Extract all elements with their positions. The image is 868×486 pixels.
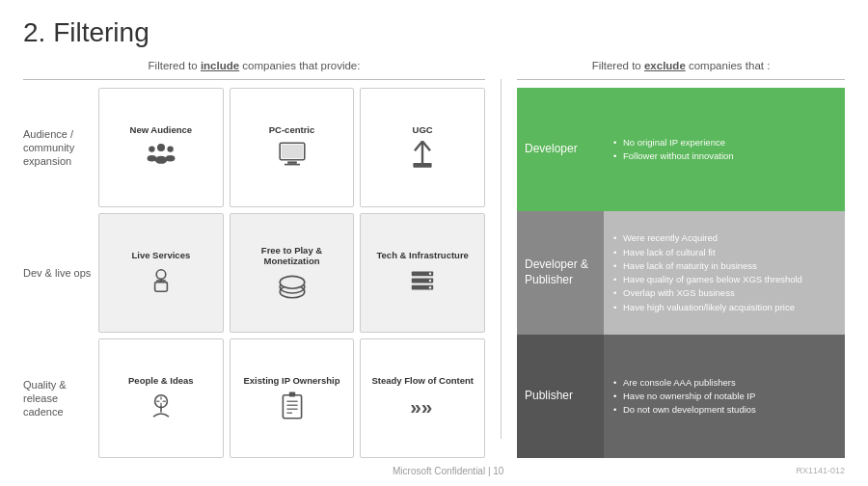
left-header-suffix: companies that provide:	[239, 60, 360, 71]
card-live-services: Live Services	[98, 213, 224, 333]
section-dev-publisher-content: Were recently Acquired Have lack of cult…	[604, 211, 845, 335]
card-content-flow-title: Steady Flow of Content	[371, 375, 474, 386]
content-icon: »»	[407, 391, 438, 421]
svg-point-14	[156, 269, 166, 279]
svg-rect-13	[414, 163, 432, 168]
bullet-10: Have no ownership of notable IP	[613, 390, 756, 403]
card-content-flow: Steady Flow of Content »»	[360, 338, 485, 458]
card-people: People & Ideas	[98, 338, 224, 458]
svg-point-5	[166, 155, 176, 161]
monetization-icon	[277, 270, 308, 301]
section-publisher-label: Publisher	[517, 335, 604, 458]
bullet-4: Have lack of cultural fit	[613, 246, 802, 259]
bullet-2: Follower without innovation	[613, 149, 734, 163]
section-dev-publisher-label: Developer & Publisher	[517, 211, 604, 335]
card-ugc-title: UGC	[413, 124, 433, 135]
svg-point-4	[154, 155, 167, 163]
developer-bullets: No original IP experience Follower witho…	[613, 136, 734, 164]
svg-text:»»: »»	[410, 395, 432, 418]
left-grid: Audience / community expansion New Audie…	[23, 88, 485, 458]
panel-divider	[501, 79, 502, 439]
ugc-icon	[407, 140, 438, 171]
left-header: Filtered to include companies that provi…	[23, 60, 485, 71]
bullet-1: No original IP experience	[613, 136, 734, 149]
section-developer-content: No original IP experience Follower witho…	[604, 88, 845, 211]
bullet-3: Were recently Acquired	[613, 231, 802, 245]
left-divider	[23, 79, 485, 80]
footer-center: Microsoft Confidential | 10	[100, 466, 796, 476]
svg-point-2	[167, 146, 173, 151]
svg-point-0	[149, 146, 154, 151]
svg-rect-16	[154, 282, 167, 291]
right-divider	[517, 79, 845, 80]
section-dev-publisher: Developer & Publisher Were recently Acqu…	[517, 211, 845, 335]
svg-point-20	[280, 277, 305, 289]
bullet-11: Do not own development studios	[613, 403, 756, 417]
card-new-audience-title: New Audience	[130, 124, 193, 135]
svg-rect-33	[283, 394, 301, 418]
row-audience: Audience / community expansion New Audie…	[23, 88, 485, 207]
bullet-5: Have lack of maturity in business	[613, 259, 802, 273]
left-panel: Filtered to include companies that provi…	[23, 60, 485, 458]
page: 2. Filtering Filtered to include compani…	[0, 0, 868, 486]
right-sections: Developer No original IP experience Foll…	[517, 88, 845, 458]
cards-quality: People & Ideas	[98, 338, 485, 458]
card-ugc: UGC	[360, 88, 485, 207]
card-people-title: People & Ideas	[128, 375, 194, 386]
publisher-bullets: Are console AAA publishers Have no owner…	[613, 376, 756, 418]
bullet-7: Overlap with XGS business	[613, 286, 802, 300]
ip-icon	[277, 391, 308, 421]
card-tech-title: Tech & Infrastructure	[376, 250, 468, 260]
svg-rect-38	[288, 392, 294, 396]
cards-devops: Live Services Free to Play & Monetizatio…	[98, 213, 485, 333]
cards-audience: New Audience	[98, 88, 485, 207]
svg-rect-8	[285, 163, 300, 165]
bullet-6: Have quality of games below XGS threshol…	[613, 273, 802, 286]
audience-icon	[146, 140, 176, 171]
row-quality: Quality & release cadence People & Ideas	[23, 338, 485, 458]
svg-point-1	[157, 144, 165, 151]
svg-line-11	[415, 141, 422, 150]
svg-point-25	[429, 279, 431, 281]
left-header-include: include	[201, 60, 239, 71]
live-services-icon	[146, 265, 176, 296]
row-label-quality: Quality & release cadence	[23, 338, 93, 458]
right-header: Filtered to exclude companies that :	[517, 60, 845, 71]
card-new-audience: New Audience	[98, 88, 224, 207]
right-header-suffix: companies that :	[686, 60, 771, 71]
content-area: Filtered to include companies that provi…	[23, 60, 845, 458]
row-label-devops: Dev & live ops	[23, 213, 93, 333]
tech-icon	[407, 265, 438, 296]
right-header-exclude: exclude	[644, 60, 686, 71]
section-developer-label: Developer	[517, 88, 604, 211]
svg-point-26	[429, 286, 431, 288]
bullet-8: Have high valuation/likely acquisition p…	[613, 301, 802, 314]
row-devops: Dev & live ops Live Services	[23, 213, 485, 333]
bullet-9: Are console AAA publishers	[613, 376, 756, 390]
card-pc-centric-title: PC-centric	[269, 124, 315, 135]
footer: Microsoft Confidential | 10 RX1141-012	[23, 466, 845, 476]
card-pc-centric: PC-centric	[230, 88, 355, 207]
section-publisher-content: Are console AAA publishers Have no owner…	[604, 335, 845, 458]
row-label-audience: Audience / community expansion	[23, 88, 93, 207]
card-existing-ip: Existing IP Ownership	[230, 338, 355, 458]
pc-icon	[277, 140, 308, 171]
card-f2p: Free to Play & Monetization	[230, 213, 355, 333]
card-existing-ip-title: Existing IP Ownership	[243, 375, 339, 386]
svg-line-12	[422, 141, 430, 150]
people-icon	[146, 391, 176, 421]
page-title: 2. Filtering	[23, 17, 845, 48]
left-header-text: Filtered to	[149, 60, 201, 71]
footer-right: RX1141-012	[796, 466, 845, 476]
dev-publisher-bullets: Were recently Acquired Have lack of cult…	[613, 231, 802, 314]
right-header-text: Filtered to	[592, 60, 644, 71]
card-f2p-title: Free to Play & Monetization	[234, 245, 350, 267]
section-developer: Developer No original IP experience Foll…	[517, 88, 845, 211]
svg-point-24	[429, 272, 431, 274]
right-panel: Filtered to exclude companies that : Dev…	[517, 60, 845, 458]
card-tech: Tech & Infrastructure	[360, 213, 485, 333]
svg-rect-9	[281, 144, 302, 157]
card-live-services-title: Live Services	[131, 250, 190, 260]
section-publisher: Publisher Are console AAA publishers Hav…	[517, 335, 845, 458]
svg-rect-7	[287, 161, 297, 163]
